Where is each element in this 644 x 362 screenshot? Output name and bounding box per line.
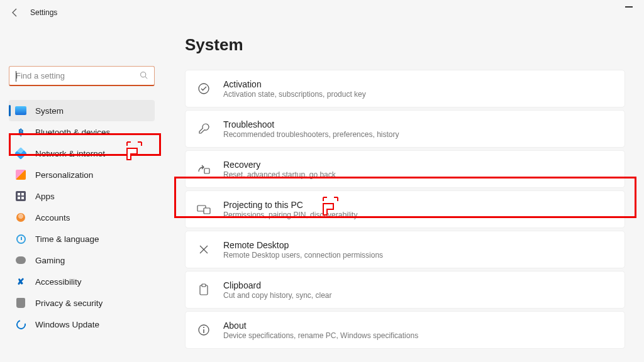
card-activation[interactable]: ActivationActivation state, subscription… <box>185 70 625 107</box>
svg-rect-2 <box>204 168 209 173</box>
svg-rect-4 <box>204 208 210 214</box>
card-recovery[interactable]: RecoveryReset, advanced startup, go back <box>185 150 625 188</box>
minimize-icon[interactable] <box>625 6 633 8</box>
sidebar-item-apps[interactable]: Apps <box>9 185 155 207</box>
app-title: Settings <box>30 8 57 17</box>
svg-point-1 <box>199 84 209 94</box>
i-acc-icon <box>15 212 26 223</box>
card-title: Troubleshoot <box>223 119 399 129</box>
page-title: System <box>185 35 625 55</box>
account-area <box>9 25 155 66</box>
sidebar-item-label: Time & language <box>35 234 99 244</box>
card-troubleshoot[interactable]: TroubleshootRecommended troubleshooters,… <box>185 110 625 148</box>
recovery-icon <box>197 162 211 176</box>
sidebar-item-label: Personalization <box>35 170 93 180</box>
sidebar-item-label: Privacy & security <box>35 299 103 308</box>
sidebar-item-label: Network & internet <box>35 149 105 158</box>
i-apps-icon <box>15 190 26 202</box>
sidebar-item-label: Windows Update <box>35 320 99 329</box>
i-net-icon <box>15 148 26 159</box>
sidebar-item-label: Bluetooth & devices <box>35 128 110 137</box>
sidebar-item-label: Accessibility <box>35 277 82 287</box>
wrench-icon <box>197 122 211 136</box>
card-subtitle: Remote Desktop users, connection permiss… <box>223 251 383 260</box>
sidebar-item-gaming[interactable]: Gaming <box>9 250 155 271</box>
svg-point-0 <box>141 72 146 77</box>
sidebar-item-label: Apps <box>35 192 55 201</box>
card-title: Recovery <box>223 160 336 170</box>
card-title: Activation <box>223 79 366 89</box>
sidebar: System฿Bluetooth & devicesNetwork & inte… <box>0 25 164 362</box>
card-title: Clipboard <box>223 280 332 290</box>
card-remote-desktop[interactable]: Remote DesktopRemote Desktop users, conn… <box>185 231 625 268</box>
card-subtitle: Recommended troubleshooters, preferences… <box>223 130 399 139</box>
search-input[interactable] <box>9 66 155 86</box>
card-subtitle: Cut and copy history, sync, clear <box>223 291 332 300</box>
search-icon <box>140 71 148 81</box>
sidebar-item-label: Accounts <box>35 213 70 222</box>
back-icon[interactable] <box>10 8 20 18</box>
card-about[interactable]: AboutDevice specifications, rename PC, W… <box>185 311 625 349</box>
clipboard-icon <box>197 283 211 297</box>
sidebar-item-time-language[interactable]: Time & language <box>9 228 155 250</box>
sidebar-item-personalization[interactable]: Personalization <box>9 164 155 185</box>
i-system-icon <box>15 105 26 116</box>
card-subtitle: Activation state, subscriptions, product… <box>223 90 366 99</box>
sidebar-item-accounts[interactable]: Accounts <box>9 207 155 228</box>
i-upd-icon <box>15 319 26 330</box>
search-field[interactable] <box>16 71 140 80</box>
titlebar: Settings <box>0 0 644 25</box>
nav-list: System฿Bluetooth & devicesNetwork & inte… <box>9 100 155 335</box>
sidebar-item-label: Gaming <box>35 256 65 265</box>
card-subtitle: Device specifications, rename PC, Window… <box>223 331 418 340</box>
info-icon <box>197 323 211 337</box>
sidebar-item-system[interactable]: System <box>9 100 155 121</box>
content: System ActivationActivation state, subsc… <box>164 25 644 362</box>
svg-rect-6 <box>202 284 206 287</box>
card-title: About <box>223 321 418 331</box>
sidebar-item-label: System <box>35 106 64 116</box>
card-subtitle: Reset, advanced startup, go back <box>223 170 336 179</box>
card-title: Projecting to this PC <box>223 200 357 210</box>
i-game-icon <box>15 255 26 266</box>
i-time-icon <box>15 233 26 244</box>
project-icon <box>197 202 211 216</box>
card-projecting-to-this-pc[interactable]: Projecting to this PCPermissions, pairin… <box>185 190 625 228</box>
sidebar-item-windows-update[interactable]: Windows Update <box>9 314 155 335</box>
svg-point-8 <box>203 327 204 328</box>
i-pers-icon <box>15 169 26 180</box>
sidebar-item-accessibility[interactable]: ✘Accessibility <box>9 271 155 292</box>
card-clipboard[interactable]: ClipboardCut and copy history, sync, cle… <box>185 271 625 309</box>
card-subtitle: Permissions, pairing PIN, discoverabilit… <box>223 211 357 219</box>
card-title: Remote Desktop <box>223 240 383 250</box>
i-priv-icon <box>15 297 26 309</box>
sidebar-item-bluetooth-devices[interactable]: ฿Bluetooth & devices <box>9 121 155 143</box>
sidebar-item-network-internet[interactable]: Network & internet <box>9 143 155 164</box>
i-bt-icon: ฿ <box>15 126 26 138</box>
remote-icon <box>197 243 211 256</box>
check-icon <box>197 82 211 96</box>
sidebar-item-privacy-security[interactable]: Privacy & security <box>9 292 155 314</box>
i-a11y-icon: ✘ <box>15 276 26 287</box>
